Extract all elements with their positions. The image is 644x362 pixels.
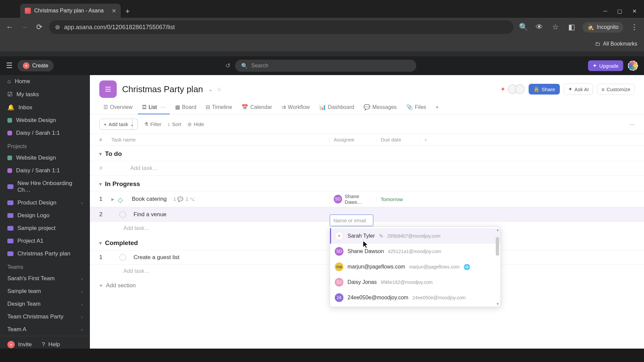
hide-button[interactable]: ⊘Hide [187, 121, 204, 127]
reload-button[interactable]: ⟳ [34, 23, 44, 32]
complete-checkbox[interactable] [119, 211, 126, 218]
task-placeholder-row[interactable]: # Add task… [90, 161, 644, 176]
project-title[interactable]: Christmas Party plan [122, 84, 203, 95]
incognito-badge[interactable]: 🕵 Incognito [583, 22, 623, 33]
expand-subtasks-icon[interactable]: ▸ [111, 196, 114, 203]
sidepanel-icon[interactable]: ◧ [567, 23, 577, 32]
assignee-input[interactable]: Name or email [330, 215, 373, 226]
globe-icon: 🌐 [464, 264, 470, 270]
sidebar-project-item[interactable]: Daisy / Sarah 1:1 [0, 164, 90, 177]
milestone-icon[interactable]: ◇ [118, 196, 124, 202]
more-actions-button[interactable]: ⋯ [630, 121, 635, 127]
sidebar-team-item[interactable]: Sarah's First Team› [0, 272, 90, 285]
assignee-option[interactable]: ✦ Sarah Tyler ✎ 295b9407@moodjoy.com [330, 228, 500, 244]
tab-workflow[interactable]: ⇉Workflow [277, 101, 314, 114]
add-tab-button[interactable]: + [432, 101, 443, 114]
chrome-menu-icon[interactable]: ⋮ [629, 23, 639, 32]
assignee-cell[interactable]: SD Shane Daws… [329, 193, 376, 205]
sidebar-team-item[interactable]: Design Team› [0, 298, 90, 310]
sidebar-home[interactable]: ⌂Home [0, 75, 90, 88]
assignee-option[interactable]: SD Shane Dawson 425121a1@moodjoy.com [330, 244, 500, 259]
add-task-inline[interactable]: Add task… [111, 165, 329, 172]
share-button[interactable]: 🔒Share [529, 84, 560, 95]
sidebar-toggle-icon[interactable]: ☰ [6, 61, 13, 70]
tab-messages[interactable]: 💬Messages [360, 101, 401, 114]
profile-avatar[interactable] [628, 61, 638, 71]
invite-button[interactable]: +Invite [7, 341, 32, 348]
titlebar: Christmas Party plan - Asana ✕ + ─ ▢ ✕ [0, 0, 644, 18]
col-duedate[interactable]: Due date [376, 137, 420, 142]
assignee-option[interactable]: ma marjun@pageflows.com marjun@pageflows… [330, 259, 500, 275]
members-stack[interactable] [510, 84, 525, 94]
tab-board[interactable]: ▦Board [171, 101, 201, 114]
scrollbar-thumb[interactable] [496, 237, 499, 256]
sidebar-inbox[interactable]: 🔔Inbox [0, 101, 90, 114]
section-inprogress[interactable]: ▾ In Progress [90, 176, 644, 191]
visibility-off-icon[interactable]: 👁 [534, 23, 544, 32]
tab-menu-icon[interactable]: ⋯ [160, 104, 166, 110]
task-name[interactable]: Create a guest list [133, 254, 179, 261]
tab-files[interactable]: 📎Files [402, 101, 430, 114]
tab-overview[interactable]: ☰Overview [99, 101, 137, 114]
add-column-button[interactable]: + [420, 137, 635, 142]
new-tab-button[interactable]: + [125, 7, 130, 18]
scroll-up-icon[interactable]: ▴ [497, 228, 499, 232]
tab-dashboard[interactable]: 📊Dashboard [315, 101, 358, 114]
ai-sparkle-icon[interactable]: ✦ [500, 85, 506, 93]
chevron-down-icon[interactable]: ⌄ [208, 86, 213, 93]
all-bookmarks-button[interactable]: All Bookmarks [603, 41, 637, 47]
maximize-icon[interactable]: ▢ [617, 8, 622, 14]
sidebar-team-item[interactable]: Sample team› [0, 285, 90, 298]
create-button[interactable]: + Create [17, 60, 54, 71]
col-taskname[interactable]: Task name [111, 137, 329, 142]
minimize-icon[interactable]: ─ [603, 8, 607, 14]
section-todo[interactable]: ▾ To do [90, 145, 644, 161]
due-date-cell[interactable]: Tomorrow [376, 196, 420, 202]
customize-button[interactable]: ≡Customize [597, 84, 635, 95]
sidebar-mytasks[interactable]: ☑My tasks [0, 88, 90, 101]
task-row[interactable]: 2 Find a venue Name or email ✦ Sarah Tyl… [90, 207, 644, 222]
task-row[interactable]: 1 ▸ ◇ Book catering 1 💬 1 ⌥ SD Shane Daw… [90, 191, 644, 207]
sidebar-project-item[interactable]: Design Logo [0, 209, 90, 222]
task-name[interactable]: Book catering [132, 196, 167, 202]
zoom-icon[interactable]: 🔍 [518, 23, 528, 32]
sidebar-project-item[interactable]: Sample project [0, 222, 90, 235]
sidebar-project-item[interactable]: Christmas Party plan [0, 247, 90, 260]
tab-timeline[interactable]: ⊟Timeline [202, 101, 236, 114]
ask-ai-button[interactable]: ✦Ask AI [564, 83, 593, 95]
help-button[interactable]: ?Help [42, 341, 60, 348]
col-assignee[interactable]: Assignee [329, 137, 376, 142]
star-icon[interactable]: ☆ [217, 86, 221, 93]
scroll-down-icon[interactable]: ▾ [497, 302, 499, 306]
tab-list[interactable]: ☲List⋯ [138, 101, 170, 114]
sidebar-team-item[interactable]: Team Christmas Party› [0, 310, 90, 323]
sidebar-project-item[interactable]: Website Design [0, 152, 90, 164]
browser-tab[interactable]: Christmas Party plan - Asana ✕ [20, 4, 121, 18]
task-name[interactable]: Find a venue [133, 211, 166, 218]
sidebar-team-item[interactable]: Team A› [0, 323, 90, 336]
filter-button[interactable]: ⚗Filter [144, 121, 161, 127]
project-icon[interactable] [99, 80, 117, 98]
history-icon[interactable]: ↺ [225, 62, 230, 69]
close-icon[interactable]: ✕ [632, 8, 637, 14]
sort-button[interactable]: ↕Sort [167, 121, 181, 127]
tab-close-icon[interactable]: ✕ [112, 8, 116, 14]
global-search[interactable]: 🔍 Search [235, 60, 416, 72]
tab-calendar[interactable]: 📅Calendar [237, 101, 276, 114]
back-button[interactable]: ← [5, 23, 15, 32]
add-task-dropdown[interactable]: ⌄ [126, 119, 138, 130]
forward-button[interactable]: → [19, 23, 30, 32]
sidebar-project-item[interactable]: New Hire Onboarding Ch… [0, 177, 90, 196]
url-input[interactable]: ⊜ app.asana.com/0/1206182861755067/list [49, 20, 514, 34]
sidebar-project-item[interactable]: Project A1 [0, 235, 90, 247]
site-settings-icon[interactable]: ⊜ [55, 23, 60, 31]
sidebar-recent-item[interactable]: Daisy / Sarah 1:1 [0, 127, 90, 139]
assignee-option[interactable]: DJ Daisy Jonas 9f46e162@moodjoy.com [330, 275, 500, 290]
sidebar-project-item[interactable]: Product Design› [0, 196, 90, 209]
search-icon: 🔍 [241, 63, 248, 69]
sidebar-recent-item[interactable]: Website Design [0, 114, 90, 127]
assignee-option[interactable]: 24 24ee050e@moodjoy.com 24ee050e@moodjoy… [330, 290, 500, 305]
upgrade-button[interactable]: ✦ Upgrade [588, 60, 623, 71]
bookmark-star-icon[interactable]: ☆ [550, 23, 560, 32]
complete-checkbox[interactable] [119, 254, 126, 261]
